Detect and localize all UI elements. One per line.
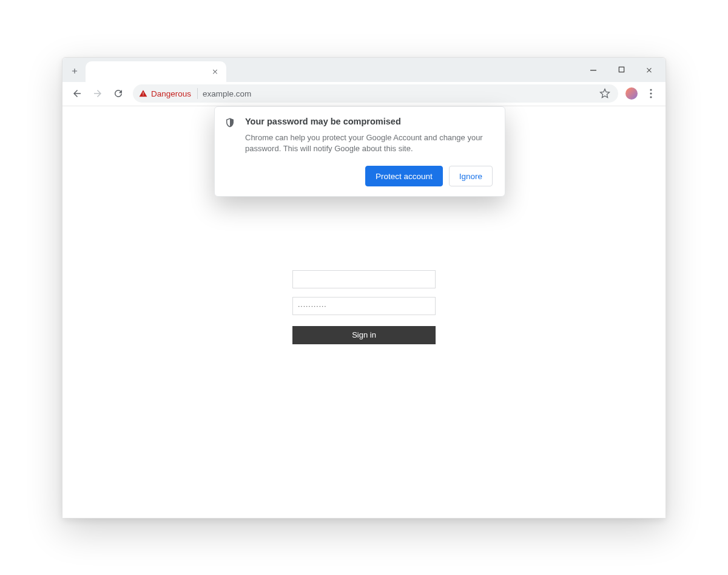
warning-icon xyxy=(139,89,147,98)
close-window-button[interactable] xyxy=(635,60,663,80)
popover-body: Your password may be compromised Chrome … xyxy=(245,117,493,187)
protect-account-label: Protect account xyxy=(376,172,433,181)
tab-strip xyxy=(62,58,666,82)
close-tab-button[interactable] xyxy=(209,66,220,77)
back-button[interactable] xyxy=(67,84,87,103)
maximize-window-button[interactable] xyxy=(607,60,635,80)
signin-button[interactable]: Sign in xyxy=(292,326,436,344)
url-text: example.com xyxy=(203,89,251,98)
new-tab-button[interactable] xyxy=(66,63,83,80)
username-field[interactable] xyxy=(292,270,436,288)
svg-rect-0 xyxy=(590,70,596,70)
avatar-icon xyxy=(625,87,638,100)
popover-title: Your password may be compromised xyxy=(245,117,493,126)
window-controls xyxy=(579,58,663,82)
profile-button[interactable] xyxy=(623,85,640,102)
protect-account-button[interactable]: Protect account xyxy=(365,166,443,186)
svg-rect-1 xyxy=(619,67,624,72)
omnibox[interactable]: Dangerous example.com xyxy=(133,84,618,103)
minimize-window-button[interactable] xyxy=(579,60,607,80)
toolbar: Dangerous example.com xyxy=(62,82,666,106)
svg-point-4 xyxy=(650,96,652,98)
password-field[interactable]: ··········· xyxy=(292,297,436,315)
svg-point-2 xyxy=(650,89,652,90)
security-chip-label: Dangerous xyxy=(151,89,191,98)
popover-actions: Protect account Ignore xyxy=(245,166,493,186)
security-chip[interactable]: Dangerous xyxy=(139,88,198,99)
signin-button-label: Sign in xyxy=(352,330,376,339)
reload-button[interactable] xyxy=(109,84,128,103)
password-value: ··········· xyxy=(298,302,327,310)
shield-icon xyxy=(224,117,237,129)
signin-form: ··········· Sign in xyxy=(292,270,436,344)
ignore-label: Ignore xyxy=(459,172,482,181)
bookmark-button[interactable] xyxy=(598,86,612,101)
password-compromised-popover: Your password may be compromised Chrome … xyxy=(214,106,505,197)
ignore-button[interactable]: Ignore xyxy=(449,166,493,186)
active-tab[interactable] xyxy=(86,61,226,82)
browser-window: Dangerous example.com ··········· Sign i… xyxy=(62,57,666,519)
forward-button[interactable] xyxy=(88,84,107,103)
popover-text: Chrome can help you protect your Google … xyxy=(245,132,493,155)
chrome-menu-button[interactable] xyxy=(641,84,661,103)
svg-point-3 xyxy=(650,92,652,94)
